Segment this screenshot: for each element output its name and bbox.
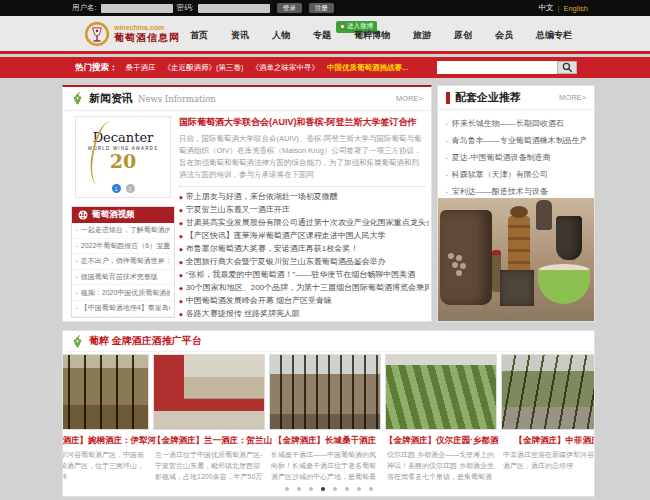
partners-more-link[interactable]: MORE> — [559, 93, 586, 102]
partner-link[interactable]: 青岛鲁丰——专业葡萄酒橡木制品生产商 — [452, 135, 586, 146]
pager-dot[interactable] — [345, 487, 349, 491]
hot-search-link[interactable]: 中国优质葡萄酒挑战赛... — [327, 63, 408, 73]
winery-card-title[interactable]: 【金牌酒庄】长城桑干酒庄 — [269, 435, 381, 447]
pager-dot[interactable] — [369, 487, 373, 491]
pager-dot[interactable] — [333, 487, 337, 491]
pager-dot[interactable] — [285, 487, 289, 491]
news-link[interactable]: “张裕，我最爱的中国葡萄酒！”——驻华使节在烟台畅聊中国美酒 — [186, 269, 415, 280]
winery-card-title[interactable]: 【金牌酒庄】仪尔庄园·乡都酒 — [385, 435, 497, 447]
password-input[interactable] — [198, 4, 270, 13]
news-link[interactable]: 全国旅行商大会暨宁夏银川贺兰山东麓葡萄酒品鉴会举办 — [186, 256, 386, 267]
news-link[interactable]: 布鲁塞尔葡萄酒大奖赛，安诺酒庄再获1枚金奖！ — [186, 243, 358, 254]
news-more-link[interactable]: MORE> — [396, 94, 423, 103]
news-link[interactable]: 各路大赛捷报传 丝路奖牌亮人眼 — [186, 308, 300, 319]
nav-item[interactable]: 会员 — [495, 29, 513, 42]
news-list-item[interactable]: ◆ 宁夏贺兰山东麓又一酒庄开庄 — [179, 203, 429, 216]
language-switcher: 中文 | English — [538, 0, 588, 16]
winery-card-title[interactable]: 【金牌酒庄】中菲酒庄 — [501, 435, 595, 447]
partner-link[interactable]: 宝利达——酿造技术与设备 — [452, 186, 548, 197]
wine-antiques-photo[interactable] — [438, 198, 594, 321]
news-list-item[interactable]: ◆ 各路大赛捷报传 丝路奖牌亮人眼 — [179, 307, 429, 320]
site-logo[interactable]: winechina.com 葡萄酒信息网 — [84, 21, 180, 47]
news-list-item[interactable]: ◆ “张裕，我最爱的中国葡萄酒！”——驻华使节在烟台畅聊中国美酒 — [179, 268, 429, 281]
winery-card[interactable]: 【金牌酒庄】仪尔庄园·乡都酒 仪尔庄园 乡都酒业——戈壁滩上的神话！美丽的仪尔庄… — [385, 354, 497, 483]
news-link[interactable]: 【产区快讯】蓬莱海岸葡萄酒产区课程走进中国人民大学 — [186, 230, 386, 241]
nav-item[interactable]: 人物 — [272, 29, 290, 42]
bullet-icon: ◆ — [179, 220, 183, 226]
partner-link[interactable]: 夏达-中国葡萄酒设备制造商 — [452, 152, 551, 163]
pager-dot[interactable] — [297, 487, 301, 491]
news-link[interactable]: 中国葡萄酒发展峰会开幕 烟台产区受青睐 — [186, 295, 332, 306]
partner-list-item[interactable]: ▪ 怀来长城生物——长期回收酒石 — [446, 115, 586, 132]
video-list-item[interactable]: ▪ 视频：2020中国优质葡萄酒挑战赛花絮 — [72, 285, 174, 301]
video-list-item[interactable]: ▪ 【中国葡萄酒地理4】秦皇岛碣石山产区： — [72, 301, 174, 317]
partner-link[interactable]: 怀来长城生物——长期回收酒石 — [452, 118, 564, 129]
partner-list-item[interactable]: ▪ 青岛鲁丰——专业葡萄酒橡木制品生产商 — [446, 132, 586, 149]
winery-card-title[interactable]: 【金牌酒庄】婉桐酒庄：伊犁河 — [62, 435, 149, 447]
news-link[interactable]: 带上朋友与好酒，来台依湖赴一场初夏微醺 — [186, 191, 338, 202]
nav-item[interactable]: 葡粹博物 — [354, 29, 390, 42]
decanter-carousel[interactable]: Decanter WORLD WINE AWARDS 20 12 — [75, 116, 171, 198]
search-input[interactable] — [437, 61, 557, 74]
winery-photo[interactable] — [153, 354, 265, 430]
winery-photo[interactable] — [385, 354, 497, 430]
login-button[interactable]: 登录 — [277, 3, 302, 13]
news-list-item[interactable]: ◆ 全国旅行商大会暨宁夏银川贺兰山东麓葡萄酒品鉴会举办 — [179, 255, 429, 268]
news-link[interactable]: 30个国家和地区、200个品牌，为第十三届烟台国际葡萄酒博览会乘风而 — [186, 282, 429, 293]
news-list-item[interactable]: ◆ 甘肃莫高实业发展股份有限公司通过第十次农业产业化国家重点龙头企业认 — [179, 216, 429, 229]
news-list-item[interactable]: ◆ 中国葡萄酒发展峰会开幕 烟台产区受青睐 — [179, 294, 429, 307]
news-link[interactable]: 甘肃莫高实业发展股份有限公司通过第十次农业产业化国家重点龙头企业认 — [186, 217, 429, 228]
lang-english-link[interactable]: English — [563, 4, 588, 13]
video-link[interactable]: 2022年葡萄园报告（6）宝盖龙 莫言辽东 — [81, 241, 170, 251]
username-input[interactable] — [101, 4, 173, 13]
nav-item[interactable]: 资讯 — [231, 29, 249, 42]
bullet-icon: ◆ — [179, 259, 183, 265]
carousel-dot[interactable]: 2 — [126, 184, 135, 193]
search-button[interactable] — [557, 61, 577, 74]
nav-item[interactable]: 专题 — [313, 29, 331, 42]
winery-card-title[interactable]: 【金牌酒庄】兰一酒庄：贺兰山 — [153, 435, 265, 447]
news-list-item[interactable]: ◆ 布鲁塞尔葡萄酒大奖赛，安诺酒庄再获1枚金奖！ — [179, 242, 429, 255]
hot-search-link[interactable]: 《酒单之味家中寻》 — [252, 63, 320, 73]
red-bar-decoration — [446, 92, 450, 104]
video-link[interactable]: 视频：2020中国优质葡萄酒挑战赛花絮 — [81, 288, 170, 298]
winery-card[interactable]: 【金牌酒庄】中菲酒庄 中菲酒庄坐落在新疆伊犁河谷葡萄酒产区，酒庄的总经理 — [501, 354, 595, 483]
news-list-item[interactable]: ◆ 30个国家和地区、200个品牌，为第十三届烟台国际葡萄酒博览会乘风而 — [179, 281, 429, 294]
nav-item[interactable]: 旅游 — [413, 29, 431, 42]
winery-photo[interactable] — [62, 354, 149, 430]
video-list-item[interactable]: ▪ 2022年葡萄园报告（6）宝盖龙 莫言辽东 — [72, 239, 174, 255]
nav-item[interactable]: 首页 — [190, 29, 208, 42]
winery-card[interactable]: 【金牌酒庄】婉桐酒庄：伊犁河 位于伊犁河谷葡萄酒产区，中国最西的葡萄酒产区，位于… — [62, 354, 149, 483]
nav-item[interactable]: 总编专栏 — [536, 29, 572, 42]
winery-photo[interactable] — [501, 354, 595, 430]
video-link[interactable]: 一起走进烟台，了解葡萄酒的秘密！ — [81, 225, 170, 235]
pager-dot[interactable] — [357, 487, 361, 491]
register-button[interactable]: 注册 — [309, 3, 334, 13]
video-list-item[interactable]: ▪ 足不出户，倘佯葡萄酒世界：Decanter at — [72, 254, 174, 270]
video-list-item[interactable]: ▪ 一起走进烟台，了解葡萄酒的秘密！ — [72, 223, 174, 239]
video-link[interactable]: 足不出户，倘佯葡萄酒世界：Decanter at — [81, 256, 170, 266]
winery-card[interactable]: 【金牌酒庄】长城桑干酒庄 长城桑干酒庄——中国葡萄酒的风向标！长城桑干酒庄位于著… — [269, 354, 381, 483]
news-list-item[interactable]: ◆ 带上朋友与好酒，来台依湖赴一场初夏微醺 — [179, 190, 429, 203]
hot-search-link[interactable]: 《走近酿酒师》(第三卷) — [164, 63, 244, 73]
news-link[interactable]: 宁夏贺兰山东麓又一酒庄开庄 — [186, 204, 290, 215]
news-list-item[interactable]: ◆ 【产区快讯】蓬莱海岸葡萄酒产区课程走进中国人民大学 — [179, 229, 429, 242]
feature-title[interactable]: 国际葡萄酒大学联合会(AUIV)和香槟-阿登兰斯大学签订合作 — [179, 116, 425, 129]
winery-card[interactable]: 【金牌酒庄】兰一酒庄：贺兰山 兰一酒庄位于中国优质葡萄酒产区-宁夏贺兰山东麓，毗… — [153, 354, 265, 483]
nav-item[interactable]: 原创 — [454, 29, 472, 42]
carousel-dot[interactable]: 1 — [112, 184, 121, 193]
video-list-item[interactable]: ▪ 德国葡萄育苗技术完整版 — [72, 270, 174, 286]
partner-list-item[interactable]: ▪ 科森软塞（天津）有限公司 — [446, 166, 586, 183]
topbar: 用户名: 密码: 登录 注册 中文 | English — [0, 0, 650, 16]
video-link[interactable]: 【中国葡萄酒地理4】秦皇岛碣石山产区： — [81, 303, 170, 313]
divider — [179, 186, 425, 187]
lang-chinese-link[interactable]: 中文 — [538, 3, 553, 13]
partner-list-item[interactable]: ▪ 夏达-中国葡萄酒设备制造商 — [446, 149, 586, 166]
pager-dot[interactable] — [321, 487, 325, 491]
hot-search-link[interactable]: 桑干酒庄 — [126, 63, 156, 73]
partner-link[interactable]: 科森软塞（天津）有限公司 — [452, 169, 548, 180]
video-link[interactable]: 德国葡萄育苗技术完整版 — [81, 272, 158, 282]
pager-dot[interactable] — [309, 487, 313, 491]
winery-photo[interactable] — [269, 354, 381, 430]
logo-domain: winechina.com — [114, 24, 180, 31]
